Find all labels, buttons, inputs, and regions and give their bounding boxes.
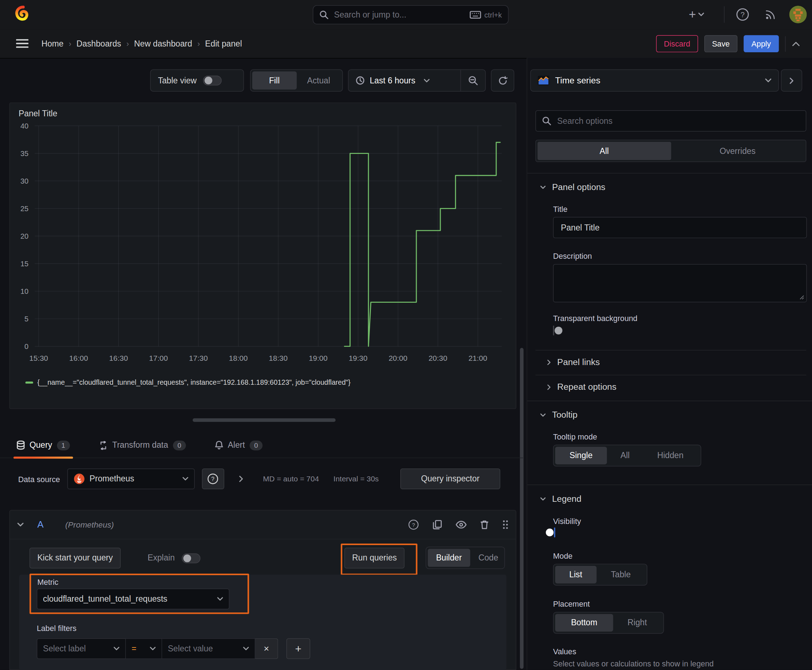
metric-select[interactable]: cloudflared_tunnel_total_requests bbox=[37, 589, 229, 609]
tab-all[interactable]: All bbox=[537, 142, 671, 160]
grafana-logo[interactable] bbox=[14, 5, 32, 24]
search-options-box[interactable] bbox=[536, 110, 806, 131]
legend-header[interactable]: Legend bbox=[540, 494, 581, 504]
table-view-toggle[interactable] bbox=[203, 76, 222, 85]
alert-count-badge: 0 bbox=[249, 440, 263, 450]
save-button[interactable]: Save bbox=[704, 35, 737, 52]
menu-toggle-icon[interactable] bbox=[15, 38, 29, 49]
news-rss-icon[interactable] bbox=[763, 7, 778, 22]
chevron-down-icon bbox=[765, 78, 771, 83]
zoom-out-time-icon[interactable] bbox=[461, 70, 485, 91]
legend-table-option[interactable]: Table bbox=[597, 566, 646, 584]
tooltip-all-option[interactable]: All bbox=[607, 447, 643, 464]
tab-query[interactable]: Query 1 bbox=[14, 433, 73, 457]
explain-label: Explain bbox=[147, 553, 175, 563]
explain-toggle[interactable] bbox=[182, 553, 200, 563]
query-inspector-button[interactable]: Query inspector bbox=[400, 469, 500, 489]
svg-text:40: 40 bbox=[20, 122, 29, 130]
panel-options-header[interactable]: Panel options bbox=[540, 182, 605, 193]
tab-overrides[interactable]: Overrides bbox=[671, 142, 804, 160]
search-options-input[interactable] bbox=[556, 116, 800, 126]
collapse-up-icon[interactable] bbox=[792, 41, 800, 46]
transparent-background-toggle[interactable] bbox=[553, 326, 554, 335]
panel-links-header[interactable]: Panel links bbox=[547, 357, 600, 367]
transparent-background-label: Transparent background bbox=[553, 314, 637, 323]
legend-series-label: {__name__="cloudflared_tunnel_total_requ… bbox=[37, 378, 351, 386]
kick-start-query-button[interactable]: Kick start your query bbox=[29, 548, 120, 568]
panel-preview[interactable]: Panel Title 051015202530354015:3016:0016… bbox=[9, 102, 516, 409]
drag-query-grip-icon[interactable] bbox=[502, 520, 509, 530]
description-textarea[interactable] bbox=[553, 264, 807, 303]
tab-alert-label: Alert bbox=[228, 441, 245, 450]
chevron-down-icon bbox=[217, 597, 223, 601]
remove-query-trash-icon[interactable] bbox=[480, 520, 489, 530]
refresh-icon[interactable] bbox=[491, 69, 514, 91]
legend-visibility-label: Visibility bbox=[553, 517, 581, 526]
svg-text:15:30: 15:30 bbox=[29, 354, 48, 362]
builder-code-segment: Builder Code bbox=[425, 546, 505, 569]
tab-transform-data[interactable]: Transform data 0 bbox=[96, 433, 189, 457]
tooltip-header[interactable]: Tooltip bbox=[540, 410, 578, 421]
datasource-picker[interactable]: Prometheus bbox=[67, 469, 195, 489]
new-menu[interactable]: + bbox=[689, 6, 704, 22]
tooltip-mode-segment: Single All Hidden bbox=[553, 445, 701, 466]
breadcrumb-new-dashboard[interactable]: New dashboard bbox=[134, 39, 192, 48]
actual-option[interactable]: Actual bbox=[297, 71, 341, 90]
tab-alert[interactable]: Alert 0 bbox=[212, 433, 266, 457]
label-filters-label: Label filters bbox=[37, 624, 76, 633]
chart-legend[interactable]: {__name__="cloudflared_tunnel_total_requ… bbox=[25, 378, 516, 386]
breadcrumb-bar: Home › Dashboards › New dashboard › Edit… bbox=[0, 29, 812, 58]
time-range-picker[interactable]: Last 6 hours bbox=[348, 76, 460, 85]
user-avatar[interactable] bbox=[789, 6, 807, 23]
operator-dropdown[interactable]: = bbox=[125, 638, 162, 659]
panel-resize-handle[interactable] bbox=[193, 418, 336, 422]
fill-option[interactable]: Fill bbox=[252, 71, 297, 90]
legend-values-description: Select values or calculations to show in… bbox=[553, 659, 714, 668]
svg-text:19:00: 19:00 bbox=[309, 354, 327, 362]
visualization-picker[interactable]: Time series bbox=[530, 69, 779, 91]
options-collapse-chevron[interactable] bbox=[239, 475, 244, 482]
run-queries-button[interactable]: Run queries bbox=[344, 548, 405, 568]
metric-label: Metric bbox=[37, 578, 58, 587]
repeat-options-header[interactable]: Repeat options bbox=[547, 382, 616, 392]
breadcrumb-dashboards[interactable]: Dashboards bbox=[76, 39, 121, 48]
svg-text:?: ? bbox=[212, 476, 215, 482]
legend-list-option[interactable]: List bbox=[555, 566, 597, 584]
code-option[interactable]: Code bbox=[470, 549, 507, 567]
options-tabs: All Overrides bbox=[536, 140, 806, 162]
builder-option[interactable]: Builder bbox=[428, 549, 470, 567]
panel-title-input[interactable] bbox=[560, 222, 800, 233]
remove-filter-button[interactable]: × bbox=[255, 638, 278, 659]
placement-right-option[interactable]: Right bbox=[613, 614, 662, 631]
tooltip-hidden-option[interactable]: Hidden bbox=[643, 447, 697, 464]
global-search-input[interactable] bbox=[333, 10, 465, 20]
add-filter-button[interactable]: + bbox=[286, 638, 310, 659]
chevron-down-icon bbox=[540, 413, 546, 417]
operator-value: = bbox=[131, 644, 145, 653]
query-help-icon[interactable]: ? bbox=[408, 519, 419, 530]
global-search[interactable]: ctrl+k bbox=[313, 5, 509, 24]
query-collapse-chevron[interactable] bbox=[17, 522, 24, 527]
svg-text:16:30: 16:30 bbox=[109, 354, 128, 362]
vertical-scrollbar[interactable] bbox=[520, 348, 524, 669]
hide-response-eye-icon[interactable] bbox=[456, 521, 466, 529]
select-value-dropdown[interactable]: Select value bbox=[162, 638, 255, 659]
time-series-chart[interactable]: 051015202530354015:3016:0016:3017:0017:3… bbox=[10, 120, 507, 378]
select-label-dropdown[interactable]: Select label bbox=[37, 638, 126, 659]
query-row-header[interactable]: A (Prometheus) ? bbox=[9, 510, 516, 540]
placement-bottom-option[interactable]: Bottom bbox=[555, 614, 613, 631]
breadcrumb-home[interactable]: Home bbox=[42, 39, 64, 48]
legend-visibility-toggle[interactable] bbox=[554, 528, 555, 537]
time-range-label: Last 6 hours bbox=[370, 76, 415, 85]
collapse-sidebar-button[interactable] bbox=[781, 69, 802, 91]
resize-handle-icon[interactable] bbox=[799, 294, 804, 299]
tooltip-single-option[interactable]: Single bbox=[555, 447, 607, 464]
panel-title-input-box[interactable] bbox=[553, 217, 807, 238]
apply-button[interactable]: Apply bbox=[744, 35, 779, 52]
chevron-down-icon bbox=[698, 12, 704, 17]
datasource-help-button[interactable]: ? bbox=[202, 469, 224, 489]
help-icon[interactable]: ? bbox=[736, 7, 750, 22]
duplicate-query-icon[interactable] bbox=[432, 520, 442, 530]
discard-button[interactable]: Discard bbox=[656, 35, 698, 52]
search-icon bbox=[542, 116, 551, 125]
